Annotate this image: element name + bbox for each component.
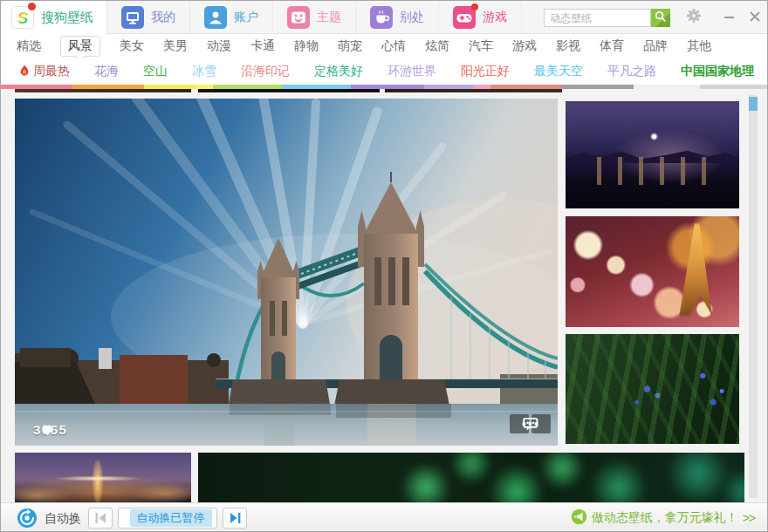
category-tab[interactable]: 游戏 — [512, 38, 537, 54]
logo-letter: S — [17, 10, 29, 26]
app-title: 搜狗壁纸 — [41, 1, 93, 34]
user-icon — [204, 6, 227, 29]
pier-posts — [597, 157, 708, 185]
category-tab[interactable]: 萌宠 — [338, 38, 362, 54]
category-tab[interactable]: 静物 — [294, 38, 319, 54]
pause-status-label: 自动换已暂停 — [130, 509, 212, 527]
resume-auto-change-button[interactable]: 自动换已暂停 — [118, 508, 217, 529]
tab-label: 游戏 — [483, 10, 507, 25]
like-button[interactable]: 3665 — [27, 422, 67, 437]
scrolled-thumbnail-sliver — [15, 89, 191, 92]
promo-arrows: >> — [743, 511, 755, 525]
scrollbar-track[interactable] — [749, 95, 758, 498]
tab-label: 账户 — [234, 10, 258, 25]
subcategory-label: 周最热 — [33, 64, 70, 79]
megaphone-icon — [571, 508, 587, 529]
tab-label: 我的 — [151, 10, 175, 25]
tab-elsewhere[interactable]: 别处 — [356, 1, 439, 34]
gamepad-icon — [453, 6, 476, 29]
monitor-icon — [121, 6, 144, 29]
magnifier-icon — [654, 10, 668, 26]
wallpaper-card-night-pier[interactable] — [566, 101, 739, 208]
category-tab[interactable]: 影视 — [556, 38, 580, 54]
leaf-blobs — [198, 453, 744, 502]
subcategory-tab-hot[interactable]: 周最热 — [18, 64, 70, 79]
subcategory-tab[interactable]: 定格美好 — [314, 64, 363, 79]
close-button[interactable] — [744, 1, 766, 34]
auto-change-settings-button[interactable] — [17, 508, 38, 529]
subcategory-tab[interactable]: 中国国家地理 — [681, 64, 754, 79]
category-tab[interactable]: 美男 — [163, 38, 188, 54]
tab-label: 主题 — [317, 10, 341, 25]
tab-account[interactable]: 账户 — [190, 1, 273, 34]
subcategory-tab[interactable]: 冰雪 — [192, 64, 216, 79]
main-wallpaper-card[interactable]: 3665 — [15, 99, 558, 446]
scrolled-thumbnail-sliver — [198, 89, 380, 92]
close-icon — [750, 10, 760, 25]
top-tabs: 我的 账户 主题 别处 — [107, 1, 522, 34]
subcategory-tab[interactable]: 最美天空 — [534, 64, 583, 79]
gear-icon — [686, 8, 702, 27]
subcategory-tab[interactable]: 平凡之路 — [607, 64, 656, 79]
coffee-cup-icon — [370, 6, 393, 29]
subcategory-tab[interactable]: 花海 — [94, 64, 119, 79]
previous-wallpaper-button[interactable] — [88, 508, 113, 529]
category-tab[interactable]: 汽车 — [469, 38, 493, 54]
auto-change-label: 自动换 — [45, 503, 81, 532]
category-tab-active[interactable]: 风景 — [60, 36, 100, 57]
subcategory-tab[interactable]: 沿海印记 — [241, 64, 290, 79]
smiley-icon — [287, 6, 310, 29]
image-actions — [510, 414, 551, 433]
tab-my[interactable]: 我的 — [107, 1, 190, 34]
promo-label: 做动态壁纸，拿万元壕礼！ — [592, 510, 738, 526]
next-wallpaper-button[interactable] — [223, 508, 247, 529]
minimize-button[interactable] — [717, 1, 740, 34]
subcategory-tab[interactable]: 环游世界 — [387, 64, 436, 79]
category-tab[interactable]: 卡通 — [250, 38, 275, 54]
tab-theme[interactable]: 主题 — [273, 1, 356, 34]
wallpaper-card-bokeh-lights[interactable] — [566, 216, 739, 327]
search-input[interactable] — [544, 9, 651, 27]
wallpaper-card-city-night[interactable] — [15, 453, 191, 502]
tower-bridge-illustration — [15, 99, 558, 446]
previous-icon — [94, 512, 107, 524]
dynamic-wallpaper-promo-link[interactable]: 做动态壁纸，拿万元壕礼！ >> — [571, 503, 755, 532]
home-tab[interactable]: S 搜狗壁纸 — [1, 1, 107, 34]
category-tab[interactable]: 动漫 — [207, 38, 231, 54]
settings-button[interactable] — [682, 1, 705, 34]
notification-dot — [28, 3, 36, 10]
subcategory-tab[interactable]: 阳光正好 — [461, 64, 510, 79]
category-tab[interactable]: 炫简 — [425, 38, 449, 54]
search-area — [544, 9, 670, 27]
flame-icon — [18, 64, 31, 79]
scrolled-thumbnail-sliver — [385, 89, 562, 92]
notification-dot — [471, 3, 478, 10]
category-tab[interactable]: 精选 — [17, 38, 41, 54]
subcategory-tab[interactable]: 空山 — [143, 64, 168, 79]
footer-bar: 自动换 自动换已暂停 做动态壁纸，拿万元壕礼！ >> — [1, 502, 768, 532]
eiffel-tower-shape — [666, 223, 725, 317]
wallpaper-grid: 3665 — [1, 89, 768, 502]
more-button[interactable] — [531, 414, 551, 433]
scrollbar-thumb[interactable] — [749, 97, 758, 111]
subcategory-nav: 周最热 花海 空山 冰雪 沿海印记 定格美好 环游世界 阳光正好 最美天空 平凡… — [1, 58, 768, 85]
minimize-icon — [724, 17, 734, 18]
wallpaper-card-green-leaves[interactable] — [198, 453, 744, 502]
category-tab[interactable]: 品牌 — [643, 38, 668, 54]
search-button[interactable] — [651, 9, 670, 27]
tab-games[interactable]: 游戏 — [439, 1, 522, 34]
grass-blades — [566, 334, 739, 444]
rotate-gear-icon — [17, 508, 38, 529]
sogou-wallpaper-window: S 搜狗壁纸 我的 账户 主题 — [0, 0, 768, 532]
category-tab[interactable]: 心情 — [381, 38, 406, 54]
category-tab[interactable]: 美女 — [120, 38, 144, 54]
wallpaper-card-blue-flowers[interactable] — [566, 334, 739, 444]
next-icon — [229, 512, 242, 524]
category-nav: 精选 风景 美女 美男 动漫 卡通 静物 萌宠 心情 炫简 汽车 游戏 影视 体… — [1, 34, 768, 58]
tab-label: 别处 — [400, 10, 424, 25]
category-tab[interactable]: 其他 — [687, 38, 711, 54]
category-tab[interactable]: 体育 — [600, 38, 624, 54]
topbar: S 搜狗壁纸 我的 账户 主题 — [1, 1, 768, 34]
